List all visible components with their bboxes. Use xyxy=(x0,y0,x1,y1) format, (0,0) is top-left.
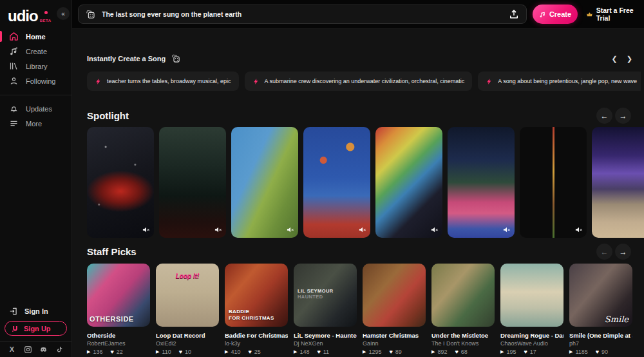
sidebar-collapse-button[interactable]: « xyxy=(57,7,70,20)
like-count: 17 xyxy=(530,349,536,355)
discord-icon[interactable] xyxy=(39,345,48,354)
udio-logo[interactable]: udio BETA xyxy=(8,5,52,24)
chips-prev-icon[interactable]: ❮ xyxy=(612,55,618,63)
spotlight-card-1[interactable] xyxy=(87,127,154,238)
play-count-icon: ▶ xyxy=(156,349,159,354)
tiktok-icon[interactable] xyxy=(55,345,64,354)
track-artist[interactable]: RobertEJames xyxy=(87,340,150,347)
upload-icon[interactable] xyxy=(508,8,520,20)
muted-speaker-icon[interactable] xyxy=(502,226,511,234)
track-title[interactable]: Smile (One Dimple at a... xyxy=(569,332,632,339)
staff-card-lil-seymore-haunted[interactable]: LIL SEYMOURHAUNTED LiL Seymore - Haunted… xyxy=(294,264,357,355)
staff-card-loop-dat-record[interactable]: Loop it! Loop Dat Record OxiEdi2 ▶110 ♥1… xyxy=(156,264,219,355)
track-artist[interactable]: OxiEdi2 xyxy=(156,340,219,347)
art-overlay-text: Smile xyxy=(605,314,629,324)
sign-in-button[interactable]: Sign In xyxy=(0,304,71,318)
chips-next-icon[interactable]: ❯ xyxy=(627,55,632,63)
spotlight-card-6[interactable] xyxy=(448,127,515,238)
muted-speaker-icon[interactable] xyxy=(430,226,439,234)
instagram-icon[interactable] xyxy=(24,345,32,354)
spotlight-next-button[interactable]: → xyxy=(615,108,631,124)
play-count-icon: ▶ xyxy=(363,349,366,354)
spotlight-card-3[interactable] xyxy=(231,127,298,238)
art-overlay-text: BADDIEFOR CHRISTMAS xyxy=(229,309,274,322)
staff-card-hamster-christmas[interactable]: Hamster Christmas GaInn ▶1295 ♥89 xyxy=(363,264,426,355)
heart-icon[interactable]: ♥ xyxy=(110,349,113,355)
track-artist[interactable]: The I Don't Knows xyxy=(431,340,495,347)
track-title[interactable]: Baddie For Christmas xyxy=(225,332,288,339)
track-title[interactable]: Otherside xyxy=(87,332,150,339)
track-title[interactable]: LiL Seymore - Haunted xyxy=(294,332,357,339)
prompt-chip[interactable]: A song about being pretentious, jangle p… xyxy=(478,72,641,91)
prompt-chips-row: teacher turns the tables, broadway music… xyxy=(87,72,641,91)
play-count: 195 xyxy=(506,349,516,355)
muted-speaker-icon[interactable] xyxy=(142,226,150,234)
track-title[interactable]: Under the Mistletoe xyxy=(431,332,495,339)
album-art: LIL SEYMOURHAUNTED xyxy=(294,264,357,327)
dice-icon[interactable] xyxy=(85,9,95,19)
sidebar-item-more[interactable]: More xyxy=(0,116,71,131)
muted-speaker-icon[interactable] xyxy=(358,226,366,234)
spotlight-carousel-nav: ← → xyxy=(596,108,631,124)
play-count-icon: ▶ xyxy=(569,349,573,354)
track-title[interactable]: Dreaming Rogue - Dan... xyxy=(500,332,564,339)
instant-create-title: Instantly Create a Song xyxy=(87,55,166,63)
track-artist[interactable]: GaInn xyxy=(363,340,426,347)
heart-icon[interactable]: ♥ xyxy=(317,349,320,355)
track-artist[interactable]: ChaosWave Audio xyxy=(500,340,564,347)
play-count-icon: ▶ xyxy=(431,349,435,354)
start-free-trial-button[interactable]: Start a Free Trial xyxy=(582,5,644,24)
heart-icon[interactable]: ♥ xyxy=(179,349,182,355)
lightning-bolt-icon xyxy=(95,78,102,85)
spotlight-card-8[interactable] xyxy=(592,127,644,238)
udio-app: udio BETA « Home Create Library Followin… xyxy=(0,0,644,357)
track-stats: ▶1185 ♥90 xyxy=(569,349,632,355)
muted-speaker-icon[interactable] xyxy=(574,226,583,234)
sidebar-item-create[interactable]: Create xyxy=(0,44,71,59)
prompt-chip[interactable]: teacher turns the tables, broadway music… xyxy=(87,72,239,91)
heart-icon[interactable]: ♥ xyxy=(389,349,392,355)
staff-prev-button[interactable]: ← xyxy=(596,244,612,260)
sidebar-nav: Home Create Library Following Updates xyxy=(0,29,71,131)
staff-card-dreaming-rogue[interactable]: Dreaming Rogue - Dan... ChaosWave Audio … xyxy=(500,264,564,355)
spotlight-card-7[interactable] xyxy=(520,127,587,238)
muted-speaker-icon[interactable] xyxy=(214,226,222,234)
spotlight-card-2[interactable] xyxy=(159,127,226,238)
create-button[interactable]: Create xyxy=(533,5,578,24)
sidebar-item-following[interactable]: Following xyxy=(0,73,71,88)
sidebar-item-label: Following xyxy=(26,77,55,85)
heart-icon[interactable]: ♥ xyxy=(248,349,251,355)
create-button-label: Create xyxy=(549,10,571,18)
spotlight-card-4[interactable] xyxy=(303,127,370,238)
play-count: 1295 xyxy=(368,349,381,355)
track-title[interactable]: Hamster Christmas xyxy=(363,332,426,339)
dice-reroll-icon[interactable] xyxy=(171,53,180,63)
staff-card-otherside[interactable]: OTHERSIDE Otherside RobertEJames ▶136 ♥2… xyxy=(87,264,150,355)
heart-icon[interactable]: ♥ xyxy=(455,349,458,355)
prompt-input[interactable]: The last song ever sung on the planet ea… xyxy=(78,5,527,24)
track-artist[interactable]: lo-k3y xyxy=(225,340,288,347)
heart-icon[interactable]: ♥ xyxy=(596,349,599,355)
music-note-icon xyxy=(539,11,546,18)
staff-next-button[interactable]: → xyxy=(615,244,631,260)
prompt-chip[interactable]: A submarine crew discovering an underwat… xyxy=(245,72,473,91)
spotlight-prev-button[interactable]: ← xyxy=(596,108,612,124)
play-count-icon: ▶ xyxy=(294,349,297,354)
sign-up-button[interactable]: Sign Up xyxy=(5,321,67,336)
trial-button-label: Start a Free Trial xyxy=(596,6,640,22)
muted-speaker-icon[interactable] xyxy=(286,226,294,234)
staff-card-baddie-for-christmas[interactable]: BADDIEFOR CHRISTMAS Baddie For Christmas… xyxy=(225,264,288,355)
sidebar-item-library[interactable]: Library xyxy=(0,59,71,73)
heart-icon[interactable]: ♥ xyxy=(524,349,527,355)
track-artist[interactable]: ph7 xyxy=(569,340,632,347)
staff-card-smile[interactable]: Smile Smile (One Dimple at a... ph7 ▶118… xyxy=(569,264,632,355)
track-stats: ▶136 ♥22 xyxy=(87,349,150,355)
spotlight-card-5[interactable] xyxy=(375,127,442,238)
sidebar-item-home[interactable]: Home xyxy=(0,29,71,44)
staff-card-under-the-mistletoe[interactable]: Under the Mistletoe The I Don't Knows ▶8… xyxy=(431,264,495,355)
track-artist[interactable]: Dj NeXGen xyxy=(294,340,357,347)
sidebar-item-updates[interactable]: Updates xyxy=(0,101,71,116)
track-stats: ▶410 ♥25 xyxy=(225,349,288,355)
x-twitter-icon[interactable]: X xyxy=(8,345,16,354)
track-title[interactable]: Loop Dat Record xyxy=(156,332,219,339)
